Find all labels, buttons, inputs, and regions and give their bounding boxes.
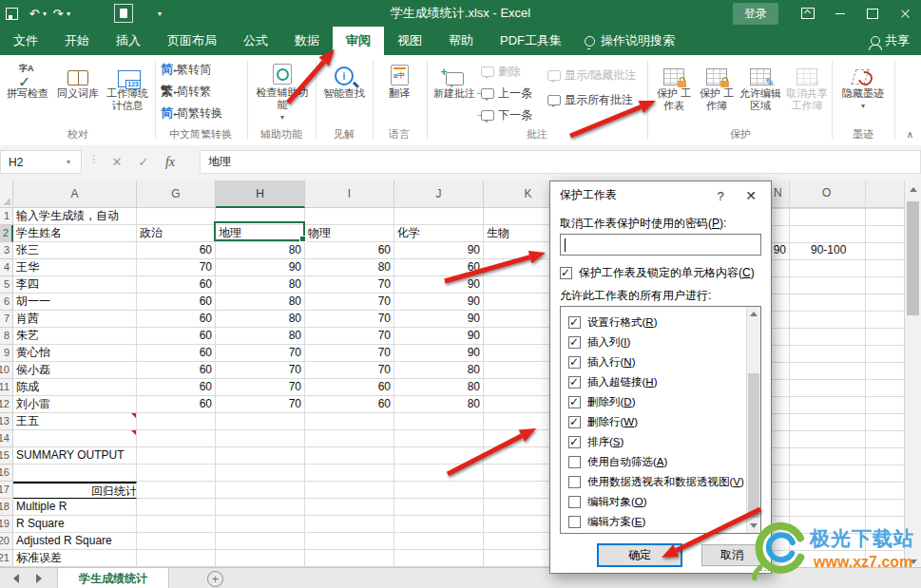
cell-J19[interactable] [394, 516, 484, 533]
cell-H13[interactable] [216, 413, 305, 430]
cell-I15[interactable] [305, 447, 394, 465]
checkbox-unchecked-icon[interactable] [568, 516, 581, 528]
cell-G5[interactable]: 60 [137, 276, 216, 294]
checkbox-checked-icon[interactable] [568, 376, 581, 389]
checkbox-unchecked-icon[interactable] [568, 456, 581, 468]
permission-item-S[interactable]: 排序(S) [568, 432, 624, 451]
cell-J21[interactable] [394, 550, 484, 567]
protect-sheet-button[interactable]: 保护 工作表 [654, 59, 694, 123]
column-header-h[interactable]: H [216, 180, 305, 208]
listbox-scroll-down-icon[interactable] [750, 523, 758, 528]
new-sheet-button[interactable]: + [207, 571, 223, 587]
spell-check-button[interactable]: 字A✓ 拼写检查 [4, 59, 51, 123]
tab-公式[interactable]: 公式 [230, 27, 281, 55]
insert-function-button[interactable]: fx [158, 150, 182, 174]
permission-item-W[interactable]: 删除行(W) [568, 412, 638, 431]
checkbox-checked-icon[interactable] [560, 267, 572, 279]
cell-A18[interactable]: Multiple R [13, 499, 137, 516]
cell-G10[interactable]: 60 [137, 362, 216, 379]
cell-A5[interactable]: 李四 [13, 276, 137, 294]
share-button[interactable]: 共享 [871, 27, 910, 55]
checkbox-checked-icon[interactable] [568, 396, 581, 408]
checkbox-unchecked-icon[interactable] [568, 476, 581, 488]
cell-A15[interactable]: SUMMARY OUTPUT [13, 447, 137, 465]
cell-A21[interactable]: 标准误差 [13, 550, 137, 567]
minimize-button[interactable] [824, 0, 856, 27]
tab-插入[interactable]: 插入 [103, 27, 154, 55]
cell-I1[interactable] [305, 208, 394, 225]
cell-J1[interactable] [394, 208, 484, 225]
tab-帮助[interactable]: 帮助 [435, 27, 487, 55]
row-header-2[interactable]: 2 [0, 225, 13, 242]
tab-视图[interactable]: 视图 [384, 27, 435, 55]
cell-J5[interactable]: 90 [394, 276, 484, 294]
column-header-i[interactable]: I [305, 180, 394, 208]
row-header-21[interactable]: 21 [0, 550, 13, 567]
next-comment-button[interactable]: →下一条 [481, 106, 532, 123]
column-header-o[interactable]: O [822, 186, 831, 199]
cell-I11[interactable]: 60 [305, 379, 394, 396]
listbox-scrollbar[interactable] [746, 307, 760, 533]
row-header-5[interactable]: 5 [0, 276, 13, 294]
cell-I6[interactable]: 70 [305, 294, 394, 311]
maximize-button[interactable] [856, 0, 889, 27]
cell-o3[interactable]: 90-100 [811, 243, 846, 256]
cell-G4[interactable]: 70 [137, 259, 216, 276]
checkbox-checked-icon[interactable] [568, 356, 581, 369]
dialog-help-button[interactable]: ? [712, 187, 729, 204]
cell-n3[interactable]: 90 [774, 243, 786, 256]
row-header-7[interactable]: 7 [0, 311, 13, 328]
cell-G19[interactable] [137, 516, 216, 533]
hide-ink-button[interactable]: 隐藏墨迹▾ [838, 59, 888, 123]
listbox-scroll-up-icon[interactable] [750, 312, 758, 316]
formula-input[interactable]: 地理 [200, 150, 921, 174]
scroll-up-button[interactable] [905, 180, 921, 198]
cell-I19[interactable] [305, 516, 394, 533]
cell-G15[interactable] [137, 447, 216, 465]
cell-H11[interactable]: 70 [216, 379, 305, 396]
cell-G9[interactable]: 60 [137, 345, 216, 362]
show-all-comments-button[interactable]: 显示所有批注 [547, 91, 633, 108]
cell-I14[interactable] [305, 430, 394, 447]
cell-A8[interactable]: 朱艺 [13, 328, 137, 345]
cell-J17[interactable] [394, 482, 484, 499]
column-header-n[interactable]: N [774, 186, 782, 199]
cell-H7[interactable]: 80 [216, 311, 305, 328]
row-header-3[interactable]: 3 [0, 242, 13, 259]
column-header-j[interactable]: J [394, 180, 484, 208]
cell-G6[interactable]: 60 [137, 294, 216, 311]
cell-J14[interactable] [394, 430, 484, 447]
cell-H19[interactable] [216, 516, 305, 533]
row-header-20[interactable]: 20 [0, 533, 13, 550]
formula-bar-splitter[interactable]: ⋮ [88, 153, 99, 165]
cell-H4[interactable]: 90 [216, 259, 305, 276]
cell-J12[interactable]: 80 [394, 396, 484, 413]
cell-J9[interactable]: 90 [394, 345, 484, 362]
redo-dropdown-icon[interactable]: ▾ [67, 9, 70, 18]
row-header-13[interactable]: 13 [0, 413, 13, 430]
cell-G8[interactable]: 60 [137, 328, 216, 345]
thesaurus-button[interactable]: 同义词库 [53, 59, 103, 123]
cell-I13[interactable] [305, 413, 394, 430]
allow-edit-ranges-button[interactable]: ✎ 允许编辑区域 [739, 59, 782, 123]
permission-item-E[interactable]: 编辑方案(E) [568, 512, 645, 531]
cell-I8[interactable]: 70 [305, 328, 394, 345]
cell-J8[interactable]: 90 [394, 328, 484, 345]
row-header-9[interactable]: 9 [0, 345, 13, 362]
cell-A6[interactable]: 胡一一 [13, 294, 137, 311]
confirm-entry-button[interactable]: ✓ [131, 150, 156, 174]
cell-G12[interactable]: 60 [137, 396, 216, 413]
cell-J2[interactable]: 化学 [394, 225, 484, 242]
row-header-17[interactable]: 17 [0, 482, 13, 499]
smart-lookup-button[interactable]: i 智能查找 [321, 59, 367, 123]
cell-G16[interactable] [137, 465, 216, 482]
scrollbar-thumb[interactable] [907, 201, 919, 315]
sign-in-button[interactable]: 登录 [733, 3, 778, 25]
cell-G11[interactable]: 60 [137, 379, 216, 396]
cell-A16[interactable] [13, 465, 137, 482]
ok-button[interactable]: 确定 [597, 543, 682, 567]
cell-A10[interactable]: 侯小磊 [13, 362, 137, 379]
workbook-stats-button[interactable]: 123 工作簿统计信息 [103, 59, 152, 123]
translate-button[interactable]: a中 翻译 [378, 59, 420, 123]
cell-H6[interactable]: 80 [216, 294, 305, 311]
